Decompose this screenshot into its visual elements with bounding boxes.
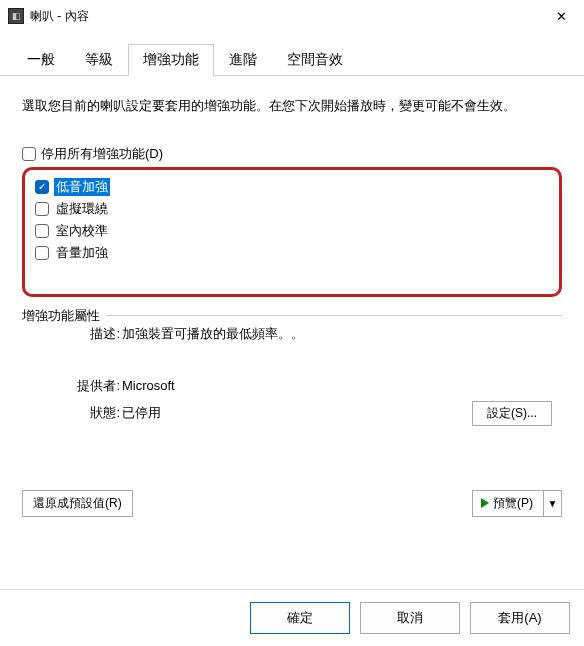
list-item[interactable]: 室內校準	[35, 220, 549, 242]
cancel-button[interactable]: 取消	[360, 602, 460, 634]
props-desc-row: 描述: 加強裝置可播放的最低頻率。。	[32, 325, 552, 343]
list-item[interactable]: 音量加強	[35, 242, 549, 264]
enhancement-checkbox[interactable]	[35, 246, 49, 260]
settings-button[interactable]: 設定(S)...	[472, 401, 552, 426]
props-desc-label: 描述:	[66, 325, 120, 343]
tab-content: 選取您目前的喇叭設定要套用的增強功能。在您下次開始播放時，變更可能不會生效。 停…	[0, 76, 584, 589]
preview-label: 預覽(P)	[493, 495, 533, 512]
dialog-body: 一般 等級 增強功能 進階 空間音效 選取您目前的喇叭設定要套用的增強功能。在您…	[0, 32, 584, 646]
enhancement-label[interactable]: 音量加強	[54, 244, 110, 262]
tab-row: 一般 等級 增強功能 進階 空間音效	[0, 44, 584, 76]
disable-all-label[interactable]: 停用所有增強功能(D)	[41, 145, 163, 163]
content-buttons-row: 還原成預設值(R) 預覽(P) ▼	[22, 490, 562, 517]
close-button[interactable]: ✕	[538, 0, 584, 32]
tab-spatial[interactable]: 空間音效	[272, 44, 358, 76]
props-desc-value: 加強裝置可播放的最低頻率。。	[122, 325, 552, 343]
preview-button[interactable]: 預覽(P)	[472, 490, 544, 517]
props-status-value: 已停用	[122, 404, 472, 422]
tab-advanced[interactable]: 進階	[214, 44, 272, 76]
enhancements-list[interactable]: 低音加強 虛擬環繞 室內校準 音量加強	[22, 167, 562, 297]
tab-general[interactable]: 一般	[12, 44, 70, 76]
props-status-label: 狀態:	[66, 404, 120, 422]
props-provider-row: 提供者: Microsoft	[32, 377, 552, 395]
tab-enhancements[interactable]: 增強功能	[128, 44, 214, 76]
window-title: 喇叭 - 內容	[30, 8, 538, 25]
restore-defaults-button[interactable]: 還原成預設值(R)	[22, 490, 133, 517]
props-group: 增強功能屬性 描述: 加強裝置可播放的最低頻率。。 提供者: Microsoft…	[22, 307, 562, 442]
props-provider-label: 提供者:	[66, 377, 120, 395]
list-item[interactable]: 低音加強	[35, 176, 549, 198]
enhancement-checkbox[interactable]	[35, 202, 49, 216]
enhancement-label[interactable]: 虛擬環繞	[54, 200, 110, 218]
preview-split-button: 預覽(P) ▼	[472, 490, 562, 517]
props-status-row: 狀態: 已停用 設定(S)...	[32, 401, 552, 426]
props-legend: 增強功能屬性	[22, 307, 106, 325]
instruction-text: 選取您目前的喇叭設定要套用的增強功能。在您下次開始播放時，變更可能不會生效。	[22, 96, 562, 117]
speaker-icon: ◧	[8, 8, 24, 24]
disable-all-checkbox[interactable]	[22, 147, 36, 161]
ok-button[interactable]: 確定	[250, 602, 350, 634]
titlebar: ◧ 喇叭 - 內容 ✕	[0, 0, 584, 32]
props-provider-value: Microsoft	[122, 378, 552, 393]
play-icon	[481, 498, 489, 508]
apply-button[interactable]: 套用(A)	[470, 602, 570, 634]
enhancement-checkbox[interactable]	[35, 180, 49, 194]
disable-all-row: 停用所有增強功能(D)	[22, 145, 562, 163]
dialog-footer: 確定 取消 套用(A)	[0, 589, 584, 646]
tab-levels[interactable]: 等級	[70, 44, 128, 76]
preview-dropdown-button[interactable]: ▼	[544, 490, 562, 517]
list-item[interactable]: 虛擬環繞	[35, 198, 549, 220]
enhancement-checkbox[interactable]	[35, 224, 49, 238]
enhancement-label[interactable]: 低音加強	[54, 178, 110, 196]
enhancement-label[interactable]: 室內校準	[54, 222, 110, 240]
